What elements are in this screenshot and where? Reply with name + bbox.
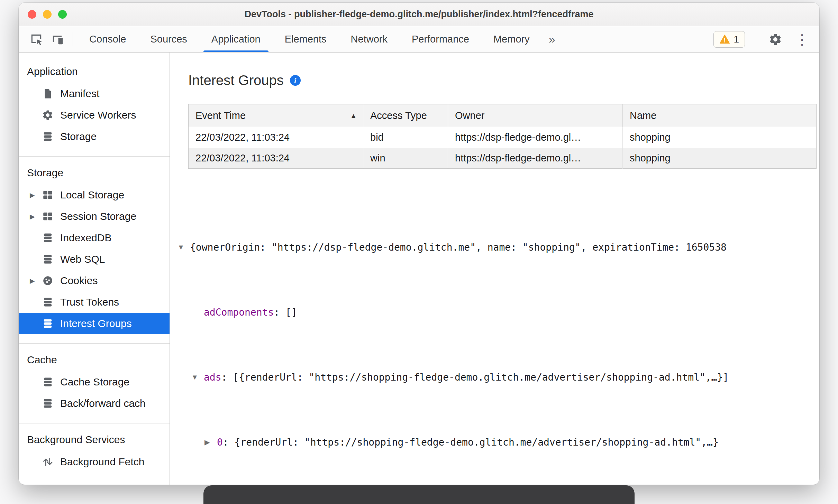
database-icon: [42, 232, 54, 244]
tab-performance[interactable]: Performance: [400, 26, 481, 52]
more-tabs-icon[interactable]: »: [542, 26, 562, 52]
up-down-arrows-icon: [42, 456, 54, 468]
tree-value: [{renderUrl: "https://shopping-fledge-de…: [233, 369, 729, 385]
caret-right-icon[interactable]: ▶: [30, 213, 35, 221]
sidebar-section-background-services: Background Services: [19, 423, 170, 451]
tree-colon: :: [221, 369, 233, 385]
sidebar-item-label: Local Storage: [60, 189, 124, 201]
column-header-event-time[interactable]: Event Time▲: [189, 104, 363, 127]
caret-right-icon[interactable]: ▶: [204, 434, 217, 450]
sidebar-item-service-workers[interactable]: Service Workers: [19, 104, 170, 126]
devtools-window: DevTools - publisher-fledge-demo.glitch.…: [19, 3, 819, 485]
sidebar-section-application: Application: [19, 55, 170, 83]
tab-label: Console: [89, 34, 126, 45]
tree-root[interactable]: ▼{ownerOrigin: "https://dsp-fledge-demo.…: [177, 239, 819, 255]
page-title-text: Interest Groups: [188, 73, 284, 88]
sidebar-item-local-storage[interactable]: ▶ Local Storage: [19, 184, 170, 206]
sidebar-item-storage[interactable]: Storage: [19, 126, 170, 147]
minimize-window-button[interactable]: [43, 10, 52, 19]
traffic-lights: [28, 10, 67, 19]
sidebar-item-cache-storage[interactable]: Cache Storage: [19, 371, 170, 393]
warning-triangle-icon: [719, 34, 730, 45]
sidebar-item-cookies[interactable]: ▶ Cookies: [19, 270, 170, 291]
column-header-owner[interactable]: Owner: [448, 104, 623, 127]
column-header-access-type[interactable]: Access Type: [363, 104, 448, 127]
settings-gear-icon[interactable]: [765, 32, 786, 46]
table-row[interactable]: 22/03/2022, 11:03:24 win https://dsp-fle…: [189, 148, 817, 169]
tab-label: Memory: [493, 34, 530, 45]
tree-key: adComponents: [204, 304, 274, 320]
table-header-row: Event Time▲ Access Type Owner Name: [189, 104, 817, 127]
sort-ascending-icon: ▲: [350, 112, 357, 120]
tab-elements[interactable]: Elements: [273, 26, 339, 52]
sidebar-item-label: Back/forward cach: [60, 398, 146, 409]
tab-console[interactable]: Console: [77, 26, 138, 52]
sidebar-item-trust-tokens[interactable]: Trust Tokens: [19, 291, 170, 313]
zoom-window-button[interactable]: [58, 10, 67, 19]
tab-network[interactable]: Network: [339, 26, 400, 52]
sidebar-item-interest-groups[interactable]: Interest Groups: [19, 313, 170, 334]
sidebar-item-label: Service Workers: [60, 109, 136, 121]
kebab-menu-icon[interactable]: ⋮: [792, 31, 812, 47]
tab-label: Sources: [150, 34, 187, 45]
indent-spacer: [191, 304, 204, 320]
database-icon: [42, 317, 54, 330]
caret-right-icon[interactable]: ▶: [30, 191, 35, 199]
tree-entry-ads-0[interactable]: ▶0: {renderUrl: "https://shopping-fledge…: [204, 434, 819, 450]
sidebar-item-label: Interest Groups: [60, 318, 132, 329]
database-icon: [42, 376, 54, 388]
window-title: DevTools - publisher-fledge-demo.glitch.…: [244, 9, 593, 20]
interest-groups-panel: Interest Groups i Event Time▲ Access Typ…: [170, 53, 819, 485]
cell-name: shopping: [623, 148, 817, 169]
cell-access-type: bid: [363, 127, 448, 148]
sidebar-item-label: Storage: [60, 131, 97, 142]
inspect-element-icon[interactable]: [26, 26, 47, 52]
sidebar-item-label: Web SQL: [60, 253, 105, 265]
caret-down-icon[interactable]: ▼: [191, 369, 204, 385]
interest-groups-table: Event Time▲ Access Type Owner Name 22/03…: [188, 104, 817, 169]
dock-bar: [203, 485, 635, 504]
sidebar-section-storage: Storage: [19, 157, 170, 184]
tree-key: 0: [217, 434, 223, 450]
window-titlebar: DevTools - publisher-fledge-demo.glitch.…: [19, 3, 819, 26]
sidebar-item-back-forward-cache[interactable]: Back/forward cach: [19, 393, 170, 414]
warning-count: 1: [734, 34, 739, 45]
close-window-button[interactable]: [28, 10, 36, 19]
tab-sources[interactable]: Sources: [138, 26, 199, 52]
sidebar-item-label: Cache Storage: [60, 376, 129, 388]
cell-name: shopping: [623, 127, 817, 148]
application-sidebar: Application Manifest Service Workers Sto…: [19, 53, 170, 485]
tab-application[interactable]: Application: [199, 26, 273, 52]
sidebar-item-background-fetch[interactable]: Background Fetch: [19, 451, 170, 473]
tab-label: Elements: [285, 34, 327, 45]
sidebar-item-label: Manifest: [60, 88, 99, 100]
tab-memory[interactable]: Memory: [481, 26, 542, 52]
database-icon: [42, 296, 54, 308]
table-row[interactable]: 22/03/2022, 11:03:24 bid https://dsp-fle…: [189, 127, 817, 148]
tree-colon: :: [274, 304, 285, 320]
caret-down-icon[interactable]: ▼: [177, 239, 190, 255]
tree-value: {renderUrl: "https://shopping-fledge-dem…: [235, 434, 719, 450]
sidebar-item-indexeddb[interactable]: IndexedDB: [19, 227, 170, 249]
column-header-name[interactable]: Name: [623, 104, 817, 127]
sidebar-item-manifest[interactable]: Manifest: [19, 83, 170, 104]
tree-entry-ads[interactable]: ▼ads: [{renderUrl: "https://shopping-fle…: [191, 369, 819, 385]
caret-right-icon[interactable]: ▶: [30, 277, 35, 285]
database-icon: [42, 253, 54, 265]
sidebar-item-session-storage[interactable]: ▶ Session Storage: [19, 206, 170, 227]
table-grid-icon: [42, 189, 54, 201]
sidebar-item-label: Trust Tokens: [60, 296, 119, 308]
sidebar-item-web-sql[interactable]: Web SQL: [19, 249, 170, 270]
interest-group-details-tree: ▼{ownerOrigin: "https://dsp-fledge-demo.…: [170, 184, 819, 485]
sidebar-item-label: Background Fetch: [60, 456, 144, 468]
sidebar-item-label: IndexedDB: [60, 232, 111, 244]
cell-owner: https://dsp-fledge-demo.gl…: [448, 148, 623, 169]
column-label: Access Type: [370, 110, 427, 121]
tab-label: Application: [211, 34, 261, 45]
devtools-content: Application Manifest Service Workers Sto…: [19, 53, 819, 485]
info-icon[interactable]: i: [290, 75, 301, 86]
tree-root-preview: {ownerOrigin: "https://dsp-fledge-demo.g…: [190, 239, 727, 255]
tree-colon: :: [223, 434, 235, 450]
warnings-badge[interactable]: 1: [713, 31, 745, 48]
device-toolbar-icon[interactable]: [47, 26, 69, 52]
